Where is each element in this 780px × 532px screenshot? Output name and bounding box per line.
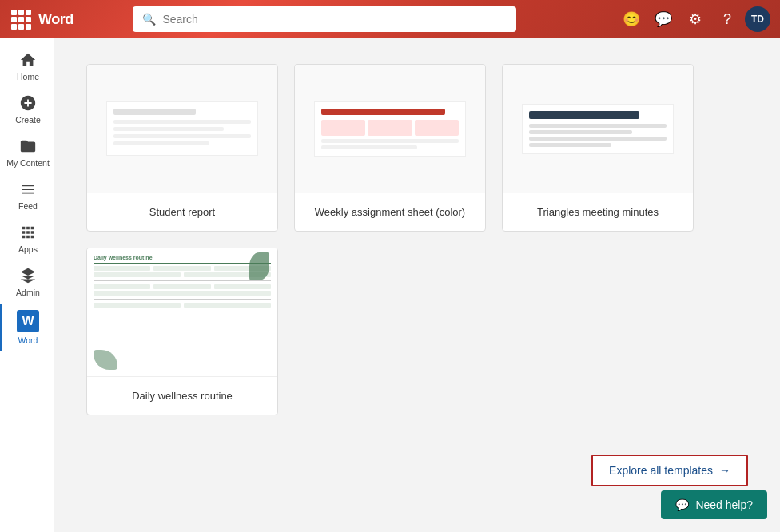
header-actions: 😊 💬 ⚙ ? TD — [617, 5, 770, 34]
sidebar-item-feed[interactable]: Feed — [0, 174, 54, 217]
sidebar-item-admin[interactable]: Admin — [0, 260, 54, 304]
feed-icon — [19, 181, 37, 198]
feedback-icon-button[interactable]: 💬 — [649, 5, 678, 34]
sidebar-item-apps[interactable]: Apps — [0, 217, 54, 260]
template-preview-student-report — [87, 65, 277, 193]
template-preview-weekly-assignment — [295, 65, 485, 193]
template-card-triangles-meeting[interactable]: Triangles meeting minutes — [502, 64, 694, 232]
word-logo-icon: W — [17, 310, 39, 332]
template-card-weekly-assignment[interactable]: Weekly assignment sheet (color) — [294, 64, 486, 232]
app-header: Word 🔍 😊 💬 ⚙ ? TD — [0, 0, 780, 38]
admin-icon — [19, 267, 37, 284]
need-help-button[interactable]: 💬 Need help? — [661, 490, 767, 519]
need-help-icon: 💬 — [675, 498, 689, 511]
apps-grid-button[interactable] — [10, 8, 32, 30]
main-content: Student report Weekly assignment sheet (… — [54, 38, 780, 532]
explore-label: Explore all templates — [609, 464, 713, 477]
avatar[interactable]: TD — [745, 6, 770, 32]
sidebar-item-create[interactable]: Create — [0, 88, 54, 131]
search-icon: 🔍 — [142, 13, 156, 26]
app-logo: Word — [38, 11, 74, 28]
search-input[interactable] — [162, 13, 507, 26]
need-help-label: Need help? — [695, 498, 753, 511]
search-bar[interactable]: 🔍 — [133, 6, 516, 32]
template-card-student-report[interactable]: Student report — [86, 64, 278, 232]
help-icon-button[interactable]: ? — [713, 5, 742, 34]
explore-all-templates-button[interactable]: Explore all templates → — [591, 455, 748, 486]
sidebar-item-word[interactable]: W Word — [0, 304, 54, 351]
smiley-icon-button[interactable]: 😊 — [617, 5, 646, 34]
section-separator — [86, 435, 748, 435]
apps-icon — [19, 224, 37, 241]
folder-icon — [19, 137, 37, 155]
home-icon — [19, 51, 37, 69]
template-label-student-report: Student report — [87, 193, 277, 231]
template-preview-daily-wellness: Daily wellness routine — [87, 248, 277, 376]
sidebar-item-home[interactable]: Home — [0, 45, 54, 88]
template-label-triangles-meeting: Triangles meeting minutes — [503, 193, 693, 231]
sidebar-item-my-content[interactable]: My Content — [0, 131, 54, 174]
template-label-daily-wellness: Daily wellness routine — [87, 376, 277, 415]
apps-grid-icon — [11, 10, 31, 30]
explore-section: Explore all templates → — [86, 455, 748, 486]
create-icon — [19, 94, 37, 112]
template-grid: Student report Weekly assignment sheet (… — [86, 64, 748, 415]
wellness-doc-preview: Daily wellness routine — [87, 248, 277, 376]
template-card-daily-wellness[interactable]: Daily wellness routine — [86, 248, 278, 415]
settings-icon-button[interactable]: ⚙ — [681, 5, 710, 34]
template-preview-triangles-meeting — [503, 65, 693, 193]
template-label-weekly-assignment: Weekly assignment sheet (color) — [295, 193, 485, 231]
explore-arrow-icon: → — [719, 464, 730, 477]
sidebar: Home Create My Content Feed Apps Admin W… — [0, 38, 54, 532]
